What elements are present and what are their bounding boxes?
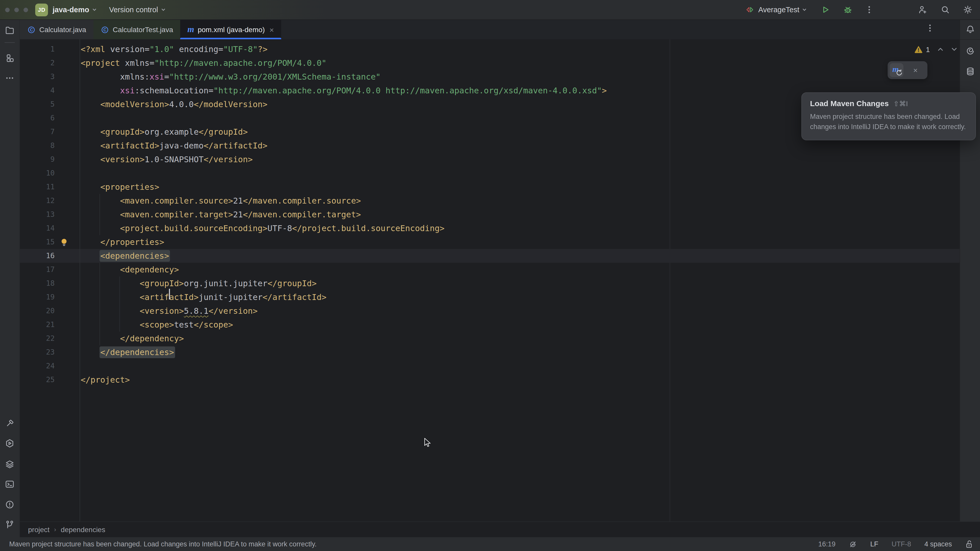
- line-number[interactable]: 1: [20, 42, 55, 56]
- code-line[interactable]: 23 </dependencies>: [20, 345, 959, 359]
- line-number[interactable]: 6: [20, 111, 55, 125]
- close-window-button[interactable]: [5, 7, 10, 12]
- line-number[interactable]: 24: [20, 359, 55, 373]
- build-hammer-icon[interactable]: [5, 418, 15, 429]
- code-line[interactable]: 10: [20, 166, 959, 180]
- code-line[interactable]: 19 <artifactId>junit-jupiter</artifactId…: [20, 290, 959, 304]
- code-line[interactable]: 15 </properties>: [20, 235, 959, 249]
- bell-icon[interactable]: [965, 24, 975, 35]
- terminal-icon[interactable]: [5, 479, 15, 489]
- line-number[interactable]: 23: [20, 345, 55, 359]
- line-number[interactable]: 8: [20, 139, 55, 152]
- gear-icon[interactable]: [963, 5, 973, 15]
- line-number[interactable]: 22: [20, 332, 55, 345]
- chevron-down-icon[interactable]: [802, 7, 807, 12]
- chevron-up-icon[interactable]: [937, 45, 944, 53]
- code-line[interactable]: 24: [20, 359, 959, 373]
- code-line[interactable]: 2<project xmlns="http://maven.apache.org…: [20, 56, 959, 70]
- tab-pom-xml[interactable]: m pom.xml (java-demo) ×: [180, 20, 281, 39]
- problems-icon[interactable]: [5, 499, 15, 510]
- load-maven-changes-tooltip[interactable]: Load Maven Changes⇧⌘I Maven project stru…: [801, 92, 976, 140]
- line-number[interactable]: 3: [20, 70, 55, 84]
- layers-icon[interactable]: [5, 459, 15, 469]
- window-controls[interactable]: [5, 7, 28, 12]
- code-line[interactable]: 9 <version>1.0-SNAPSHOT</version>: [20, 152, 959, 166]
- line-number[interactable]: 5: [20, 97, 55, 111]
- minimize-window-button[interactable]: [14, 7, 19, 12]
- chevron-down-icon[interactable]: [950, 45, 958, 53]
- caret-position[interactable]: 16:19: [818, 540, 835, 548]
- status-message[interactable]: Maven project structure has been changed…: [9, 540, 317, 548]
- gutter-cell: [55, 332, 81, 345]
- kebab-icon[interactable]: [926, 24, 934, 33]
- folder-icon[interactable]: [5, 25, 15, 35]
- kebab-icon[interactable]: [865, 5, 873, 14]
- line-number[interactable]: 16: [20, 249, 55, 263]
- code-line[interactable]: 21 <scope>test</scope>: [20, 318, 959, 332]
- search-icon[interactable]: [940, 5, 950, 15]
- line-number[interactable]: 18: [20, 276, 55, 290]
- version-control-menu[interactable]: Version control: [109, 6, 158, 14]
- indent-setting[interactable]: 4 spaces: [924, 540, 952, 548]
- code-line[interactable]: 22 </dependency>: [20, 332, 959, 345]
- code-line[interactable]: 20 <version>5.8.1</version>: [20, 304, 959, 318]
- breadcrumb-item-project[interactable]: project: [28, 526, 49, 534]
- load-maven-changes-button[interactable]: m: [890, 63, 904, 77]
- code-line[interactable]: 25</project>: [20, 373, 959, 387]
- code-line[interactable]: 16 <dependencies>: [20, 249, 959, 263]
- inspections-widget[interactable]: 1: [914, 44, 958, 54]
- code-line[interactable]: 13 <maven.compiler.target>21</maven.comp…: [20, 208, 959, 221]
- line-number[interactable]: 10: [20, 166, 55, 180]
- database-icon[interactable]: [965, 66, 975, 76]
- line-number[interactable]: 2: [20, 56, 55, 70]
- line-number[interactable]: 12: [20, 194, 55, 208]
- line-separator[interactable]: LF: [870, 540, 878, 548]
- line-number[interactable]: 11: [20, 180, 55, 194]
- line-number[interactable]: 4: [20, 84, 55, 97]
- line-number[interactable]: 15: [20, 235, 55, 249]
- debug-icon[interactable]: [843, 5, 853, 15]
- git-branch-icon[interactable]: [5, 519, 15, 530]
- close-icon[interactable]: ×: [269, 26, 274, 33]
- ai-off-icon[interactable]: [849, 540, 857, 548]
- gutter-cell: [55, 97, 81, 111]
- line-number[interactable]: 9: [20, 152, 55, 166]
- code-line[interactable]: 18 <groupId>org.junit.jupiter</groupId>: [20, 276, 959, 290]
- code-line[interactable]: 12 <maven.compiler.source>21</maven.comp…: [20, 194, 959, 208]
- code-line[interactable]: 8 <artifactId>java-demo</artifactId>: [20, 139, 959, 152]
- run-configuration-select[interactable]: AverageTest: [758, 6, 799, 14]
- chevron-down-icon: [161, 7, 165, 12]
- file-encoding[interactable]: UTF-8: [891, 540, 911, 548]
- line-number[interactable]: 20: [20, 304, 55, 318]
- line-number[interactable]: 7: [20, 125, 55, 139]
- code-line[interactable]: 1<?xml version="1.0" encoding="UTF-8"?>: [20, 42, 959, 56]
- unlocked-icon[interactable]: [965, 540, 973, 548]
- code-line[interactable]: 17 <dependency>: [20, 263, 959, 276]
- gutter-cell: [55, 180, 81, 194]
- play-icon[interactable]: [820, 5, 830, 15]
- add-user-icon[interactable]: [917, 5, 928, 15]
- code-text: xmlns:xsi="http://www.w3.org/2001/XMLSch…: [81, 70, 380, 84]
- close-icon[interactable]: ×: [904, 66, 928, 75]
- structure-icon[interactable]: [5, 53, 15, 63]
- code-line[interactable]: 11 <properties>: [20, 180, 959, 194]
- gutter-cell: [55, 359, 81, 373]
- code-line[interactable]: 3 xmlns:xsi="http://www.w3.org/2001/XMLS…: [20, 70, 959, 84]
- tab-calculatortest-java[interactable]: C CalculatorTest.java: [94, 20, 180, 39]
- line-number[interactable]: 17: [20, 263, 55, 276]
- line-number[interactable]: 25: [20, 373, 55, 387]
- more-tools-icon[interactable]: [5, 73, 15, 83]
- services-icon[interactable]: [5, 438, 15, 448]
- warning-triangle-icon: [914, 44, 923, 54]
- line-number[interactable]: 14: [20, 221, 55, 235]
- zoom-window-button[interactable]: [24, 7, 28, 12]
- breadcrumb-item-dependencies[interactable]: dependencies: [61, 526, 105, 534]
- line-number[interactable]: 21: [20, 318, 55, 332]
- code-line[interactable]: 14 <project.build.sourceEncoding>UTF-8</…: [20, 221, 959, 235]
- lightbulb-icon[interactable]: [60, 238, 68, 246]
- line-number[interactable]: 13: [20, 208, 55, 221]
- project-name-menu[interactable]: java-demo: [52, 6, 89, 14]
- tab-calculator-java[interactable]: C Calculator.java: [20, 20, 94, 39]
- ai-assistant-icon[interactable]: [965, 46, 975, 56]
- line-number[interactable]: 19: [20, 290, 55, 304]
